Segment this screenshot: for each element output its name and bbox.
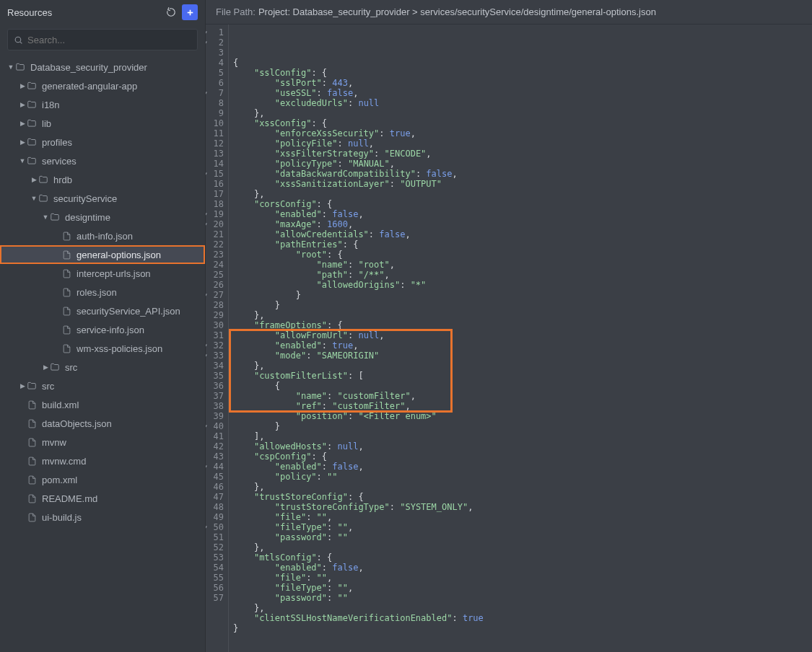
- chevron-right-icon[interactable]: ▶: [19, 101, 26, 108]
- code-line[interactable]: }: [233, 623, 812, 633]
- code-line[interactable]: "enabled": false,: [233, 462, 812, 472]
- code-editor[interactable]: 1234567891011121314151617181920212223242…: [206, 25, 812, 652]
- tree-item-services-src[interactable]: ▶src: [0, 358, 205, 376]
- tree-item-readme[interactable]: ▶README.md: [0, 489, 205, 508]
- code-line[interactable]: "dataBackwardCompatibility": false,: [233, 169, 812, 179]
- plus-icon[interactable]: [182, 4, 198, 20]
- code-line[interactable]: }: [233, 300, 812, 310]
- code-line[interactable]: "path": "/**",: [233, 270, 812, 280]
- code-line[interactable]: "policyType": "MANUAL",: [233, 159, 812, 169]
- code-line[interactable]: },: [233, 603, 812, 613]
- code-line[interactable]: }: [233, 421, 812, 431]
- code-line[interactable]: "cspConfig": {: [233, 451, 812, 462]
- file-tree[interactable]: ▼Database_security_provider▶generated-an…: [0, 58, 205, 652]
- code-line[interactable]: "ref": "customFilter",: [233, 401, 812, 411]
- tree-item-wm-xss-policies[interactable]: ▶wm-xss-policies.json: [0, 339, 205, 358]
- code-line[interactable]: "mode": "SAMEORIGIN": [233, 351, 812, 361]
- code-line[interactable]: "fileType": "",: [233, 583, 812, 593]
- code-line[interactable]: "sslPort": 443,: [233, 78, 812, 88]
- chevron-right-icon[interactable]: ▶: [19, 120, 26, 127]
- tree-item-mvnw-cmd[interactable]: ▶mvnw.cmd: [0, 451, 205, 470]
- tree-item-profiles[interactable]: ▶profiles: [0, 133, 205, 151]
- tree-item-securityService_API[interactable]: ▶securityService_API.json: [0, 301, 205, 320]
- chevron-right-icon[interactable]: ▶: [19, 82, 26, 89]
- code-line[interactable]: "fileType": "",: [233, 522, 812, 532]
- code-line[interactable]: },: [233, 482, 812, 492]
- refresh-icon[interactable]: [163, 4, 179, 20]
- code-line[interactable]: "password": "": [233, 532, 812, 542]
- code-line[interactable]: "trustStoreConfig": {: [233, 492, 812, 502]
- code-line[interactable]: "enabled": false,: [233, 209, 812, 219]
- code-line[interactable]: "name": "customFilter",: [233, 391, 812, 401]
- code-line[interactable]: "frameOptions": {: [233, 320, 812, 330]
- code-line[interactable]: "customFilterList": [: [233, 371, 812, 381]
- code-line[interactable]: "useSSL": false,: [233, 88, 812, 98]
- code-line[interactable]: "clientSSLHostNameVerificationEnabled": …: [233, 613, 812, 623]
- chevron-right-icon[interactable]: ▶: [19, 382, 26, 389]
- code-line[interactable]: {: [233, 58, 812, 68]
- tree-item-general-options[interactable]: ▶general-options.json: [0, 245, 205, 264]
- code-line[interactable]: "sslConfig": {: [233, 68, 812, 78]
- chevron-down-icon[interactable]: ▼: [7, 63, 14, 71]
- tree-item-designtime[interactable]: ▼designtime: [0, 208, 205, 226]
- chevron-right-icon[interactable]: ▶: [42, 364, 49, 371]
- code-line[interactable]: "enabled": false,: [233, 563, 812, 573]
- tree-item-i18n[interactable]: ▶i18n: [0, 95, 205, 114]
- code-line[interactable]: {: [233, 381, 812, 391]
- tree-item-intercept-urls[interactable]: ▶intercept-urls.json: [0, 264, 205, 283]
- chevron-right-icon[interactable]: ▶: [30, 176, 38, 183]
- chevron-down-icon[interactable]: ▼: [30, 195, 38, 202]
- code-line[interactable]: },: [233, 542, 812, 552]
- code-line[interactable]: "password": "": [233, 593, 812, 603]
- tree-item-services[interactable]: ▼services: [0, 151, 205, 170]
- tree-item-src[interactable]: ▶src: [0, 376, 205, 395]
- tree-item-build-xml[interactable]: ▶build.xml: [0, 395, 205, 414]
- code-line[interactable]: "xssSanitizationLayer": "OUTPUT": [233, 179, 812, 189]
- code-line[interactable]: "position": "<Filter enum>": [233, 411, 812, 421]
- code-line[interactable]: "root": {: [233, 250, 812, 260]
- tree-item-securityService[interactable]: ▼securityService: [0, 189, 205, 208]
- code-line[interactable]: "enforceXssSecurity": true,: [233, 128, 812, 138]
- code-line[interactable]: "policyFile": null,: [233, 138, 812, 149]
- chevron-down-icon[interactable]: ▼: [42, 213, 49, 221]
- code-line[interactable]: "file": "",: [233, 512, 812, 522]
- tree-item-pom[interactable]: ▶pom.xml: [0, 470, 205, 489]
- code-line[interactable]: "maxAge": 1600,: [233, 219, 812, 229]
- code-line[interactable]: "allowedOrigins": "*": [233, 280, 812, 290]
- tree-item-mvnw[interactable]: ▶mvnw: [0, 433, 205, 451]
- tree-item-auth-info[interactable]: ▶auth-info.json: [0, 226, 205, 245]
- code-line[interactable]: },: [233, 189, 812, 199]
- code-content[interactable]: { "sslConfig": { "sslPort": 443, "useSSL…: [229, 25, 812, 652]
- search-box[interactable]: [7, 29, 198, 50]
- code-line[interactable]: "name": "root",: [233, 260, 812, 270]
- code-line[interactable]: "xssConfig": {: [233, 118, 812, 128]
- tree-item-service-info[interactable]: ▶service-info.json: [0, 320, 205, 339]
- code-line[interactable]: "trustStoreConfigType": "SYSTEM_ONLY",: [233, 502, 812, 512]
- code-line[interactable]: "allowFromUrl": null,: [233, 330, 812, 340]
- search-input[interactable]: [27, 35, 191, 45]
- chevron-down-icon[interactable]: ▼: [19, 157, 26, 164]
- tree-item-ui-build[interactable]: ▶ui-build.js: [0, 508, 205, 527]
- code-line[interactable]: "mtlsConfig": {: [233, 552, 812, 563]
- code-line[interactable]: }: [233, 290, 812, 300]
- tree-item-dataObjects[interactable]: ▶dataObjects.json: [0, 414, 205, 433]
- tree-item-gen-angular[interactable]: ▶generated-angular-app: [0, 76, 205, 95]
- code-line[interactable]: },: [233, 108, 812, 118]
- code-line[interactable]: },: [233, 310, 812, 320]
- tree-item-roles[interactable]: ▶roles.json: [0, 283, 205, 301]
- code-line[interactable]: "allowedHosts": null,: [233, 441, 812, 451]
- code-line[interactable]: ],: [233, 431, 812, 441]
- code-line[interactable]: "excludedUrls": null: [233, 98, 812, 108]
- code-line[interactable]: },: [233, 361, 812, 371]
- tree-item-root[interactable]: ▼Database_security_provider: [0, 58, 205, 76]
- code-line[interactable]: "xssFilterStrategy": "ENCODE",: [233, 149, 812, 159]
- code-line[interactable]: "allowCredentials": false,: [233, 229, 812, 239]
- code-line[interactable]: "file": "",: [233, 573, 812, 583]
- code-line[interactable]: "pathEntries": {: [233, 239, 812, 250]
- code-line[interactable]: "enabled": true,: [233, 340, 812, 351]
- code-line[interactable]: "corsConfig": {: [233, 199, 812, 209]
- code-line[interactable]: "policy": "": [233, 472, 812, 482]
- tree-item-lib[interactable]: ▶lib: [0, 114, 205, 133]
- chevron-right-icon[interactable]: ▶: [19, 138, 26, 146]
- tree-item-hrdb[interactable]: ▶hrdb: [0, 170, 205, 189]
